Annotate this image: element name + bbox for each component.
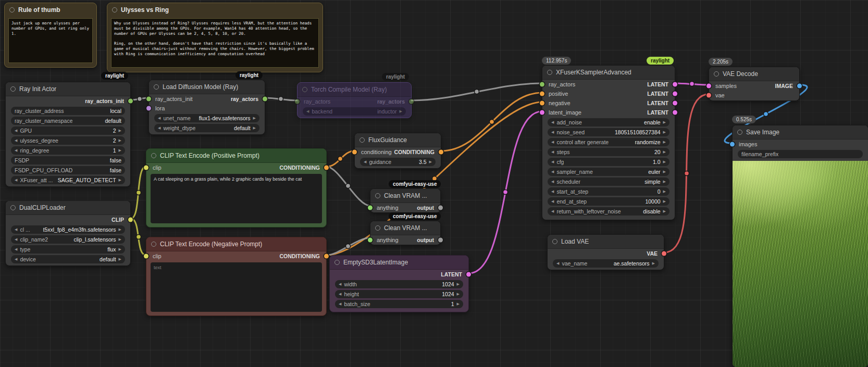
collapse-toggle-icon[interactable] [151,153,156,158]
increment-arrow-icon[interactable]: ▶ [119,138,121,143]
node-header[interactable]: VAE Decode [709,67,799,81]
node-clean-vram-2[interactable]: Clean VRAM ... anything output [370,221,441,245]
decrement-arrow-icon[interactable]: ◀ [15,247,17,251]
collapse-toggle-icon[interactable] [302,87,307,92]
widget-steps[interactable]: ◀ steps 20 ▶ [548,148,669,156]
node-torch-compile-model-ray[interactable]: Torch Compile Model (Ray) ray_actors ray… [297,82,412,118]
node-flux-guidance[interactable]: FluxGuidance conditioning CONDITIONING ◀… [354,133,441,169]
decrement-arrow-icon[interactable]: ◀ [551,209,554,213]
node-header[interactable]: Ray Init Actor [6,82,130,96]
increment-arrow-icon[interactable]: ▶ [429,160,432,164]
node-dual-clip-loader[interactable]: DualCLIPLoader CLIP ◀ cl ... t5xxl_fp8_e… [5,200,131,266]
decrement-arrow-icon[interactable]: ◀ [158,116,160,120]
decrement-arrow-icon[interactable]: ◀ [15,227,17,232]
widget-batch-size[interactable]: ◀ batch_size 1 ▶ [335,300,463,308]
widget-scheduler[interactable]: ◀ scheduler simple ▶ [548,178,669,186]
widget-width[interactable]: ◀ width 1024 ▶ [335,280,463,288]
input-port-positive[interactable] [540,92,544,96]
node-load-diffusion-model-ray[interactable]: Load Diffusion Model (Ray) ray_actors_in… [148,80,265,135]
input-port-images[interactable] [730,142,735,147]
increment-arrow-icon[interactable]: ▶ [119,129,121,133]
input-port-anything[interactable] [368,238,373,243]
decrement-arrow-icon[interactable]: ◀ [339,292,341,296]
note-textarea[interactable]: Why use Ulysses instead of Ring? Ulysses… [111,18,319,68]
output-port-latent-3[interactable] [673,101,677,106]
output-port-clip[interactable] [128,218,133,222]
increment-arrow-icon[interactable]: ▶ [119,247,121,251]
increment-arrow-icon[interactable]: ▶ [400,109,402,113]
increment-arrow-icon[interactable]: ▶ [663,180,666,184]
output-port-ray-actors[interactable] [409,99,414,104]
increment-arrow-icon[interactable]: ▶ [663,150,666,154]
decrement-arrow-icon[interactable]: ◀ [15,148,17,153]
widget-clip-name1[interactable]: ◀ cl ... t5xxl_fp8_e4m3fn.safetensors ▶ [11,225,125,234]
prompt-textarea[interactable]: A cat sleeping on a grass plain, while 2… [151,174,322,223]
node-header[interactable]: CLIP Text Encode (Negative Prompt) [146,237,326,251]
output-port-latent-4[interactable] [673,110,677,115]
widget-add-noise[interactable]: ◀ add_noise enable ▶ [548,118,669,126]
input-port-clip[interactable] [144,166,148,170]
output-port-latent[interactable] [466,272,471,277]
decrement-arrow-icon[interactable]: ◀ [306,109,309,113]
node-header[interactable]: FluxGuidance [355,133,441,147]
increment-arrow-icon[interactable]: ▶ [457,292,460,296]
widget-guidance[interactable]: ◀ guidance 3.5 ▶ [360,158,436,166]
node-clip-text-encode-positive[interactable]: CLIP Text Encode (Positive Prompt) clip … [146,148,327,227]
prompt-textarea[interactable]: text [151,262,322,312]
node-graph-canvas[interactable]: Rule of thumb Just jack up more ulysses … [0,0,868,367]
widget-ray-cluster-address[interactable]: ray_cluster_address local [11,107,125,115]
collapse-toggle-icon[interactable] [375,225,380,231]
widget-device[interactable]: ◀ device default ▶ [11,255,125,263]
widget-control-after-generate[interactable]: ◀ control after generate randomize ▶ [548,138,669,146]
collapse-toggle-icon[interactable] [10,205,16,210]
widget-start-at-step[interactable]: ◀ start_at_step 0 ▶ [548,187,669,196]
input-port-ray-actors[interactable] [540,82,544,87]
note-textarea[interactable]: Just jack up more ulysses per number of … [8,18,93,63]
increment-arrow-icon[interactable]: ▶ [119,237,121,242]
node-header[interactable]: Clean VRAM ... [370,221,440,235]
decrement-arrow-icon[interactable]: ◀ [15,257,17,261]
widget-end-at-step[interactable]: ◀ end_at_step 10000 ▶ [548,197,669,206]
input-port-negative[interactable] [540,101,544,106]
output-port-output[interactable] [438,206,443,210]
node-header[interactable]: DualCLIPLoader [6,201,130,215]
increment-arrow-icon[interactable]: ▶ [457,282,460,286]
widget-cfg[interactable]: ◀ cfg 1.0 ▶ [548,158,669,166]
increment-arrow-icon[interactable]: ▶ [253,116,256,120]
widget-weight-dtype[interactable]: ◀ weight_dtype default ▶ [154,124,259,132]
widget-fsdp-cpu-offload[interactable]: FSDP_CPU_OFFLOAD false [11,166,125,174]
increment-arrow-icon[interactable]: ▶ [663,140,666,144]
collapse-toggle-icon[interactable] [375,193,380,198]
widget-filename-prefix[interactable]: filename_prefix [738,150,863,158]
decrement-arrow-icon[interactable]: ◀ [551,120,554,124]
node-header[interactable]: Save Image [733,125,868,140]
widget-ray-cluster-namespace[interactable]: ray_cluster_namespace default [11,117,125,125]
note-rule-of-thumb[interactable]: Rule of thumb Just jack up more ulysses … [4,3,97,68]
widget-sampler-name[interactable]: ◀ sampler_name euler ▶ [548,168,669,176]
node-ray-init-actor[interactable]: Ray Init Actor ray_actors_init ray_clust… [5,82,131,187]
node-header[interactable]: EmptySD3LatentImage [330,256,468,270]
collapse-toggle-icon[interactable] [154,84,159,90]
decrement-arrow-icon[interactable]: ◀ [551,170,554,174]
widget-ulysses-degree[interactable]: ◀ ulysses_degree 2 ▶ [11,136,125,145]
input-port-ray-actors-init[interactable] [146,97,151,102]
decrement-arrow-icon[interactable]: ◀ [339,282,341,286]
output-port-ray-actors-init[interactable] [128,99,133,104]
decrement-arrow-icon[interactable]: ◀ [551,140,554,144]
widget-fsdp[interactable]: FSDP false [11,156,125,164]
node-header[interactable]: XFuserKSamplerAdvanced [542,66,675,80]
collapse-toggle-icon[interactable] [359,137,365,143]
decrement-arrow-icon[interactable]: ◀ [15,178,17,182]
output-port-conditioning[interactable] [324,254,329,259]
collapse-toggle-icon[interactable] [547,70,552,75]
decrement-arrow-icon[interactable]: ◀ [339,302,341,306]
collapse-toggle-icon[interactable] [714,71,719,77]
decrement-arrow-icon[interactable]: ◀ [551,199,554,204]
input-port-lora[interactable] [146,106,151,111]
widget-unet-name[interactable]: ◀ unet_name flux1-dev.safetensors ▶ [154,114,259,122]
decrement-arrow-icon[interactable]: ◀ [158,126,160,130]
increment-arrow-icon[interactable]: ▶ [457,302,460,306]
decrement-arrow-icon[interactable]: ◀ [551,150,554,154]
output-port-conditioning[interactable] [439,150,443,155]
input-port-latent-image[interactable] [540,110,544,115]
